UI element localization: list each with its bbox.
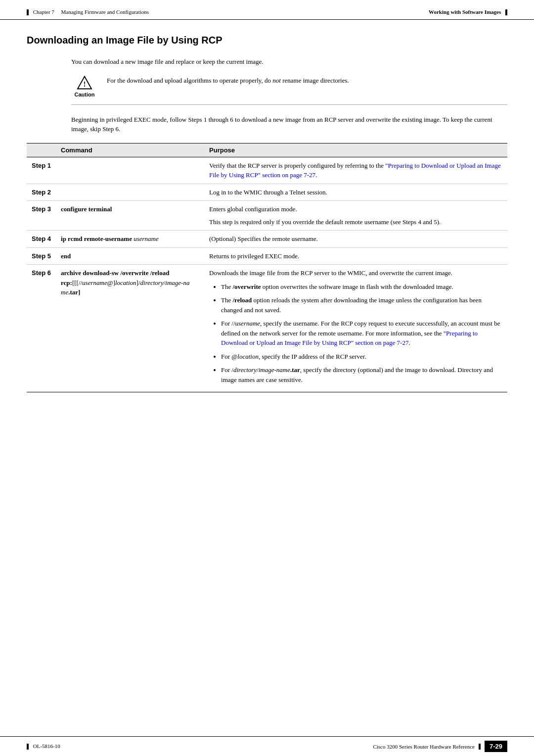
- step-2-label: Step 2: [27, 184, 56, 201]
- page-footer: OL-5816-10 Cisco 3200 Series Router Hard…: [0, 736, 534, 756]
- step-5-label: Step 5: [27, 247, 56, 265]
- table-row: Step 4 ip rcmd remote-username username …: [27, 231, 507, 248]
- section-title: Downloading an Image File by Using RCP: [27, 35, 507, 46]
- step-5-purpose: Returns to privileged EXEC mode.: [204, 247, 507, 265]
- step-4-purpose: (Optional) Specifies the remote username…: [204, 231, 507, 248]
- footer-right-area: Cisco 3200 Series Router Hardware Refere…: [373, 741, 507, 752]
- step-6-command: archive download-sw /overwrite /reload r…: [56, 265, 204, 392]
- table-row: Step 1 Verify that the RCP server is pro…: [27, 157, 507, 184]
- step-5-command: end: [56, 247, 204, 265]
- caution-box: ! Caution For the download and upload al…: [71, 76, 507, 105]
- main-content: Downloading an Image File by Using RCP Y…: [0, 20, 534, 422]
- caution-text: For the download and upload algorithms t…: [107, 76, 507, 86]
- step-2-purpose: Log in to the WMIC through a Telnet sess…: [204, 184, 507, 201]
- header-right-bar-icon: [505, 9, 507, 15]
- intro-paragraph: You can download a new image file and re…: [71, 57, 507, 67]
- step-3-purpose: Enters global configuration mode. This s…: [204, 201, 507, 231]
- step-1-purpose: Verify that the RCP server is properly c…: [204, 157, 507, 184]
- header-chapter: Chapter 7: [33, 9, 54, 15]
- svg-text:!: !: [84, 81, 86, 88]
- caution-label: Caution: [75, 92, 95, 97]
- header-left: Chapter 7 Managing Firmware and Configur…: [27, 9, 149, 15]
- footer-doc-number: OL-5816-10: [33, 743, 60, 749]
- footer-right-text: Cisco 3200 Series Router Hardware Refere…: [373, 744, 475, 750]
- step-6-link-1[interactable]: "Preparing to Download or Upload an Imag…: [221, 330, 478, 347]
- footer-left: OL-5816-10: [27, 743, 60, 750]
- page-container: Chapter 7 Managing Firmware and Configur…: [0, 0, 534, 756]
- header-right-title: Working with Software Images: [429, 9, 501, 15]
- list-item: For @location, specify the IP address of…: [221, 352, 502, 362]
- header-bar-icon: [27, 9, 29, 15]
- body-paragraph: Beginning in privileged EXEC mode, follo…: [71, 115, 507, 134]
- step-4-label: Step 4: [27, 231, 56, 248]
- table-row: Step 3 configure terminal Enters global …: [27, 201, 507, 231]
- footer-page-number: 7-29: [485, 741, 507, 752]
- step-3-command: configure terminal: [56, 201, 204, 231]
- step-2-command: [56, 184, 204, 201]
- table-header-command: Command: [56, 143, 204, 157]
- step-3-label: Step 3: [27, 201, 56, 231]
- step-4-command: ip rcmd remote-username username: [56, 231, 204, 248]
- list-item: The /overwrite option overwrites the sof…: [221, 282, 502, 292]
- footer-bar-icon: [27, 744, 29, 750]
- step-1-command: [56, 157, 204, 184]
- header-right: Working with Software Images: [429, 9, 507, 15]
- table-header-step: [27, 143, 56, 157]
- footer-right-bar-icon: [479, 744, 481, 750]
- step-6-purpose: Downloads the image file from the RCP se…: [204, 265, 507, 392]
- caution-icon-area: ! Caution: [71, 76, 98, 97]
- step-1-link[interactable]: "Preparing to Download or Upload an Imag…: [209, 162, 501, 179]
- page-header: Chapter 7 Managing Firmware and Configur…: [0, 0, 534, 20]
- header-chapter-title: Managing Firmware and Configurations: [61, 9, 149, 15]
- table-row: Step 2 Log in to the WMIC through a Teln…: [27, 184, 507, 201]
- table-header-purpose: Purpose: [204, 143, 507, 157]
- caution-triangle-icon: !: [77, 76, 92, 90]
- list-item: For //username, specify the username. Fo…: [221, 319, 502, 348]
- step-6-label: Step 6: [27, 265, 56, 392]
- list-item: For /directory/image-name.tar, specify t…: [221, 365, 502, 384]
- list-item: The /reload option reloads the system af…: [221, 295, 502, 315]
- step-6-bullet-list: The /overwrite option overwrites the sof…: [219, 282, 502, 385]
- steps-table: Command Purpose Step 1 Verify that the R…: [27, 143, 507, 393]
- table-row: Step 5 end Returns to privileged EXEC mo…: [27, 247, 507, 265]
- step-1-label: Step 1: [27, 157, 56, 184]
- table-row: Step 6 archive download-sw /overwrite /r…: [27, 265, 507, 392]
